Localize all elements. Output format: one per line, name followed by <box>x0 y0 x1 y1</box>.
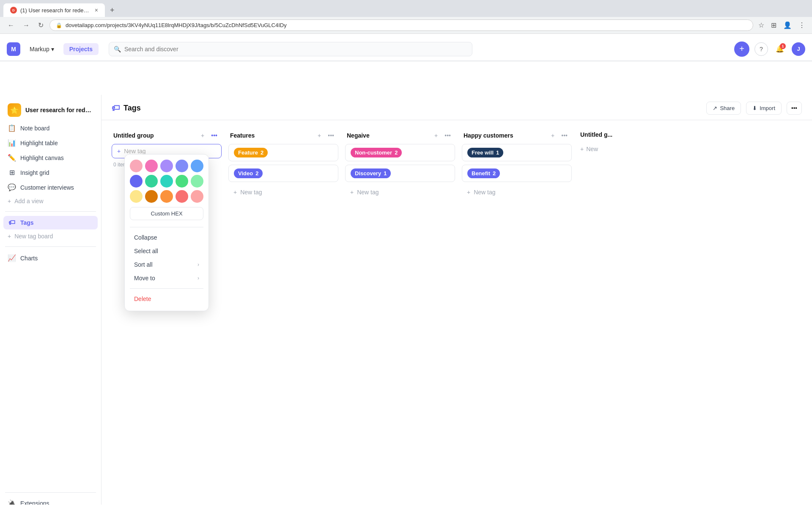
highlight-table-icon: 📊 <box>8 139 16 147</box>
color-swatch-14[interactable] <box>191 190 203 203</box>
col-actions-untitled: + ••• <box>198 131 220 140</box>
forward-button[interactable]: → <box>20 20 32 31</box>
sidebar-item-tags[interactable]: 🏷 Tags <box>3 216 98 229</box>
tab-favicon: D <box>10 7 17 14</box>
extensions-icon: 🔌 <box>8 499 16 505</box>
col-header-features: Features + ••• <box>228 129 338 144</box>
header-more-button[interactable]: ••• <box>787 102 802 115</box>
tag-item-non-customer[interactable]: Non-customer 2 <box>345 144 455 161</box>
notifications-button[interactable]: 🔔 1 <box>773 42 787 56</box>
col-more-button-happy-customers[interactable]: ••• <box>559 131 570 140</box>
sidebar-item-charts[interactable]: 📈 Charts <box>3 251 98 265</box>
tag-badge-video: Video 2 <box>234 168 263 178</box>
markup-chevron: ▾ <box>51 46 54 52</box>
profile-button[interactable]: 👤 <box>782 19 793 31</box>
help-button[interactable]: ? <box>754 42 768 56</box>
new-tag-btn-negaive[interactable]: + New tag <box>345 185 455 199</box>
project-header[interactable]: 🌟 User research for rede... <box>3 100 98 120</box>
color-swatch-12[interactable] <box>160 190 173 203</box>
highlight-canvas-icon: ✏️ <box>8 154 16 162</box>
color-swatch-13[interactable] <box>176 190 188 203</box>
new-tag-btn-features[interactable]: + New tag <box>228 185 338 199</box>
color-swatch-4[interactable] <box>191 160 203 172</box>
col-items-happy-customers: Free will 1 Benefit 2 + New <box>462 144 572 199</box>
color-swatch-11[interactable] <box>145 190 158 203</box>
color-swatch-0[interactable] <box>130 160 143 172</box>
share-label: Share <box>720 105 735 111</box>
color-swatch-8[interactable] <box>176 175 188 188</box>
color-swatch-9[interactable] <box>191 175 203 188</box>
sidebar-divider-2 <box>5 246 96 247</box>
active-tab[interactable]: D (1) User research for redesig... × <box>3 3 105 17</box>
projects-button[interactable]: Projects <box>63 43 99 55</box>
new-tab-button[interactable]: + <box>107 4 118 17</box>
sidebar-item-highlight-canvas[interactable]: ✏️ Highlight canvas <box>3 151 98 165</box>
popup-divider-1 <box>130 227 203 227</box>
color-swatch-6[interactable] <box>145 175 158 188</box>
popup-move-to[interactable]: Move to › <box>130 271 203 285</box>
popup-sort-all[interactable]: Sort all › <box>130 258 203 271</box>
tag-item-feature[interactable]: Feature 2 <box>228 144 338 161</box>
col-actions-happy-customers: + ••• <box>549 131 570 140</box>
address-bar[interactable]: 🔒 dovetailapp.com/projects/3KV4yNUq11E8l… <box>49 19 753 31</box>
col-title-untitled: Untitled group <box>113 132 154 139</box>
sidebar-item-highlight-table[interactable]: 📊 Highlight table <box>3 136 98 150</box>
avatar[interactable]: J <box>792 42 805 56</box>
sidebar-item-insight-grid[interactable]: ⊞ Insight grid <box>3 166 98 179</box>
tag-item-discovery[interactable]: Discovery 1 <box>345 165 455 182</box>
col-more-button-untitled[interactable]: ••• <box>208 131 220 140</box>
col-add-button-happy-customers[interactable]: + <box>549 131 557 140</box>
col-more-button-negaive[interactable]: ••• <box>442 131 453 140</box>
popup-select-all[interactable]: Select all <box>130 244 203 258</box>
add-button[interactable]: + <box>734 41 749 57</box>
color-swatch-10[interactable] <box>130 190 143 203</box>
new-tag-board-label: New tag board <box>14 233 53 240</box>
more-button[interactable]: ⋮ <box>797 19 807 31</box>
notification-badge: 1 <box>780 43 786 49</box>
color-swatch-2[interactable] <box>160 160 173 172</box>
popup-collapse[interactable]: Collapse <box>130 231 203 244</box>
add-view-button[interactable]: + Add a view <box>3 195 98 207</box>
tag-badge-free-will: Free will 1 <box>467 148 503 157</box>
color-swatch-7[interactable] <box>160 175 173 188</box>
tag-label-discovery: Discovery <box>355 170 381 177</box>
app: M Markup ▾ Projects 🔍 + ? 🔔 1 J <box>0 34 812 505</box>
tag-count-non-customer: 2 <box>395 149 398 156</box>
custom-hex-button[interactable]: Custom HEX <box>130 207 203 220</box>
col-add-button-features[interactable]: + <box>315 131 324 140</box>
color-swatch-1[interactable] <box>145 160 158 172</box>
tab-close-button[interactable]: × <box>95 7 98 14</box>
browser-chrome: D (1) User research for redesig... × + ←… <box>0 0 812 34</box>
sidebar-item-customer-interviews[interactable]: 💬 Customer interviews <box>3 180 98 194</box>
sidebar-label-highlight-canvas: Highlight canvas <box>20 155 64 161</box>
col-title-features: Features <box>230 132 255 139</box>
new-tag-btn-happy-customers[interactable]: + New tag <box>462 185 572 199</box>
tag-label-free-will: Free will <box>472 149 494 156</box>
tag-item-benefit[interactable]: Benefit 2 <box>462 165 572 182</box>
sidebar-item-extensions[interactable]: 🔌 Extensions <box>3 496 98 505</box>
color-swatch-3[interactable] <box>176 160 188 172</box>
partial-new-button[interactable]: + New <box>579 142 629 156</box>
partial-col-header: Untitled g... <box>579 129 629 142</box>
popup-delete[interactable]: Delete <box>130 292 203 306</box>
new-tag-board-button[interactable]: + New tag board <box>3 230 98 242</box>
tag-item-video[interactable]: Video 2 <box>228 165 338 182</box>
reload-button[interactable]: ↻ <box>36 19 46 31</box>
tag-item-free-will[interactable]: Free will 1 <box>462 144 572 161</box>
search-input[interactable] <box>109 42 472 56</box>
app-logo[interactable]: M <box>7 42 20 56</box>
col-add-button-untitled[interactable]: + <box>198 131 207 140</box>
markup-dropdown[interactable]: Markup ▾ <box>25 43 58 55</box>
add-view-label: Add a view <box>14 198 43 204</box>
bookmark-button[interactable]: ☆ <box>757 19 766 31</box>
import-button[interactable]: ⬇ Import <box>746 102 782 115</box>
sidebar-item-note-board[interactable]: 📋 Note board <box>3 121 98 135</box>
col-header-negaive: Negaive + ••• <box>345 129 455 144</box>
share-button[interactable]: ↗ Share <box>706 102 741 115</box>
extensions-button[interactable]: ⊞ <box>769 19 778 31</box>
color-swatch-5[interactable] <box>130 175 143 188</box>
col-add-button-negaive[interactable]: + <box>432 131 440 140</box>
col-more-button-features[interactable]: ••• <box>325 131 337 140</box>
back-button[interactable]: ← <box>5 20 17 31</box>
plus-icon: + <box>580 146 584 152</box>
